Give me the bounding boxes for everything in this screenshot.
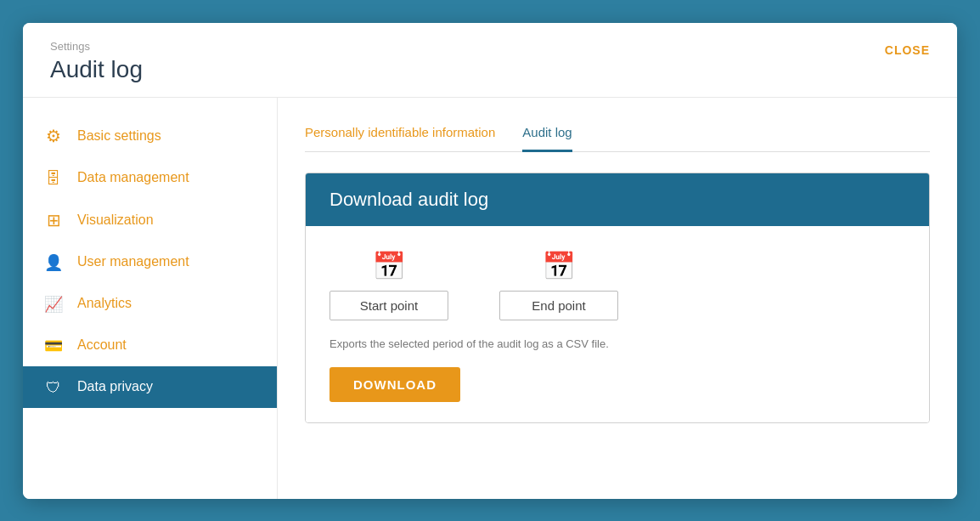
start-point-col: Start point — [329, 250, 448, 320]
tab-pii[interactable]: Personally identifiable information — [305, 118, 495, 152]
download-button[interactable]: DOWNLOAD — [329, 367, 460, 402]
sidebar-item-user-management[interactable]: User management — [23, 241, 277, 283]
shield-icon — [43, 377, 64, 397]
download-card-body: Start point End point Exports the select… — [306, 226, 929, 422]
end-point-col: End point — [499, 250, 618, 320]
end-calendar-icon — [542, 250, 576, 282]
modal-body: Basic settings Data management Visualiza… — [23, 98, 957, 499]
start-calendar-icon — [372, 250, 406, 282]
date-pickers: Start point End point — [329, 250, 905, 320]
sidebar-item-data-management[interactable]: Data management — [23, 157, 277, 199]
chart-icon — [43, 294, 64, 314]
settings-modal: Settings Audit log CLOSE Basic settings … — [23, 23, 957, 499]
sidebar-label-visualization: Visualization — [77, 212, 154, 228]
sidebar-label-basic-settings: Basic settings — [77, 128, 161, 144]
card-icon — [43, 336, 64, 355]
breadcrumb: Settings — [50, 40, 143, 53]
sidebar: Basic settings Data management Visualiza… — [23, 98, 278, 499]
gear-icon — [43, 126, 64, 146]
sidebar-item-basic-settings[interactable]: Basic settings — [23, 115, 277, 157]
tab-audit-log[interactable]: Audit log — [522, 118, 572, 152]
sidebar-item-data-privacy[interactable]: Data privacy — [23, 366, 277, 408]
export-note: Exports the selected period of the audit… — [329, 337, 905, 350]
grid-icon — [43, 210, 64, 230]
modal-header: Settings Audit log CLOSE — [23, 23, 957, 98]
tab-bar: Personally identifiable information Audi… — [305, 118, 930, 152]
sidebar-item-analytics[interactable]: Analytics — [23, 283, 277, 325]
database-icon — [43, 168, 64, 188]
main-content: Personally identifiable information Audi… — [278, 98, 957, 499]
sidebar-label-account: Account — [77, 337, 127, 353]
sidebar-item-account[interactable]: Account — [23, 325, 277, 366]
sidebar-label-data-management: Data management — [77, 170, 189, 185]
download-card-title: Download audit log — [306, 173, 929, 226]
sidebar-item-visualization[interactable]: Visualization — [23, 199, 277, 241]
sidebar-label-analytics: Analytics — [77, 296, 132, 311]
end-point-button[interactable]: End point — [499, 291, 618, 320]
start-point-button[interactable]: Start point — [329, 291, 448, 320]
sidebar-label-data-privacy: Data privacy — [77, 379, 153, 394]
user-icon — [43, 252, 64, 272]
sidebar-label-user-management: User management — [77, 254, 189, 269]
close-button[interactable]: CLOSE — [885, 40, 930, 57]
download-card: Download audit log Start point End point… — [305, 173, 930, 423]
header-left: Settings Audit log — [50, 40, 143, 83]
page-title: Audit log — [50, 56, 143, 83]
